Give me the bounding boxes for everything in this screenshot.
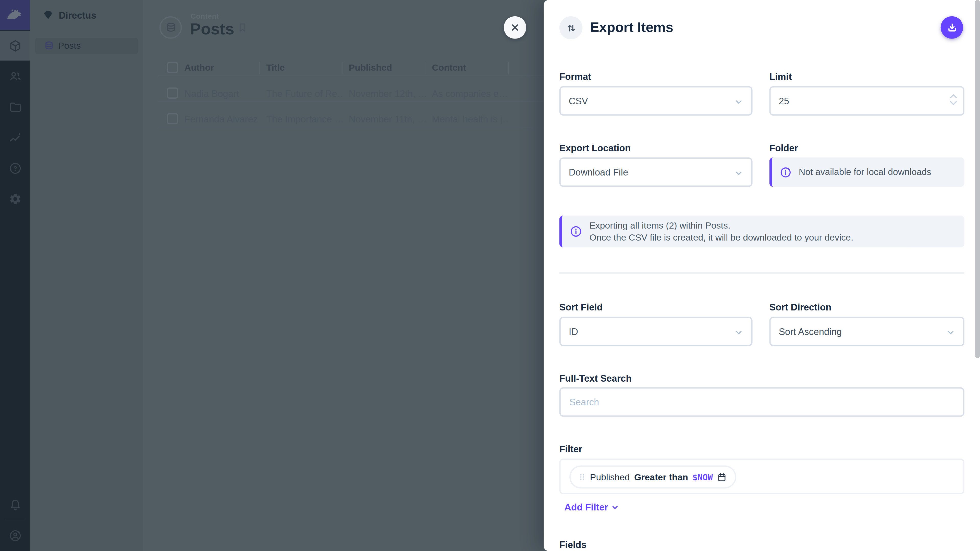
format-value: CSV — [569, 96, 588, 106]
cell-title[interactable]: The Importance … — [266, 114, 344, 124]
export-items-drawer: Export Items Format CSV Limit — [544, 0, 980, 551]
module-file-library[interactable] — [0, 92, 30, 122]
cell-author[interactable]: Nadia Bogart — [184, 88, 262, 99]
export-location-label: Export Location — [559, 142, 631, 153]
insights-icon — [8, 131, 21, 144]
sidebar-item-posts[interactable]: Posts — [35, 38, 138, 54]
drawer-scrollbar[interactable] — [975, 0, 980, 358]
column-header-author[interactable]: Author — [184, 62, 214, 73]
cell-author[interactable]: Fernanda Alvarez — [184, 114, 262, 124]
folder-icon — [8, 100, 21, 113]
folder-disabled-notice: Not available for local downloads — [770, 157, 964, 187]
module-bar: ? — [0, 0, 30, 551]
close-icon — [509, 22, 520, 33]
project-name: Directus — [59, 10, 96, 21]
filter-rule-chip[interactable]: Published Greater than $NOW — [570, 465, 737, 489]
search-input[interactable] — [559, 387, 964, 416]
directus-logo-button[interactable] — [0, 0, 30, 30]
select-all-checkbox[interactable] — [167, 62, 178, 73]
export-info-notice: Exporting all items (2) within Posts. On… — [559, 216, 964, 248]
column-divider[interactable] — [426, 62, 426, 74]
cell-published[interactable]: November 12th, … — [349, 88, 426, 99]
limit-label: Limit — [770, 71, 792, 82]
import-export-icon — [559, 16, 583, 40]
screen: ? — [0, 0, 980, 551]
module-content[interactable] — [0, 30, 30, 61]
bell-icon — [8, 498, 21, 511]
filter-operator[interactable]: Greater than — [634, 472, 688, 482]
collection-icon-button[interactable] — [159, 16, 182, 39]
notice-line-1: Exporting all items (2) within Posts. — [589, 220, 730, 230]
module-user-directory[interactable] — [0, 61, 30, 91]
filter-field[interactable]: Published — [590, 472, 630, 482]
fields-section-label: Fields — [559, 539, 587, 550]
limit-field — [770, 86, 964, 116]
sort-direction-label: Sort Direction — [770, 302, 832, 313]
account-icon — [8, 529, 21, 542]
cell-content[interactable]: Mental health is j… — [432, 114, 509, 124]
filter-value[interactable]: $NOW — [692, 472, 713, 482]
format-label: Format — [559, 71, 591, 82]
filter-label: Filter — [559, 444, 582, 454]
page-title: Posts — [190, 19, 234, 39]
info-icon — [570, 225, 582, 238]
add-filter-button[interactable]: Add Filter — [564, 502, 620, 513]
drawer-title: Export Items — [590, 19, 673, 36]
row-checkbox[interactable] — [167, 113, 178, 124]
start-export-button[interactable] — [941, 16, 963, 39]
module-settings[interactable] — [0, 184, 30, 214]
drag-handle-icon[interactable] — [579, 472, 586, 482]
chevron-down-icon — [733, 167, 745, 179]
section-divider — [559, 272, 964, 274]
sidebar-item-label: Posts — [58, 41, 81, 51]
gear-icon — [8, 192, 21, 205]
box-icon — [8, 39, 21, 52]
format-select[interactable]: CSV — [559, 86, 752, 116]
database-icon — [44, 41, 54, 51]
module-docs[interactable]: ? — [0, 153, 30, 183]
close-drawer-button[interactable] — [504, 16, 526, 39]
info-icon — [780, 166, 792, 178]
help-icon: ? — [8, 162, 21, 175]
cell-published[interactable]: November 11th, … — [349, 114, 426, 124]
sort-field-label: Sort Field — [559, 302, 603, 313]
module-insights[interactable] — [0, 122, 30, 152]
chevron-down-icon — [733, 327, 745, 338]
number-stepper[interactable] — [950, 94, 958, 106]
column-divider[interactable] — [508, 62, 509, 74]
sort-direction-value: Sort Ascending — [779, 326, 842, 337]
sort-field-value: ID — [569, 326, 578, 337]
export-location-select[interactable]: Download File — [559, 157, 752, 187]
notifications-button[interactable] — [0, 490, 30, 520]
database-icon — [165, 21, 177, 33]
column-header-published[interactable]: Published — [349, 62, 392, 73]
row-checkbox[interactable] — [167, 87, 178, 99]
navigation-panel: Directus Posts — [30, 0, 144, 551]
column-header-title[interactable]: Title — [266, 62, 285, 73]
project-header[interactable]: Directus — [30, 0, 143, 30]
rabbit-logo-icon — [6, 6, 24, 24]
column-divider[interactable] — [259, 62, 260, 74]
download-icon — [946, 21, 958, 33]
cell-title[interactable]: The Future of Re… — [266, 88, 344, 99]
cell-content[interactable]: As companies e… — [432, 88, 509, 99]
breadcrumb[interactable]: Content — [191, 13, 219, 20]
export-location-value: Download File — [569, 167, 628, 178]
notice-line-2: Once the CSV file is created, it will be… — [589, 232, 853, 242]
column-header-content[interactable]: Content — [432, 62, 466, 73]
filter-builder: Published Greater than $NOW — [559, 459, 964, 494]
svg-text:?: ? — [13, 165, 17, 171]
sort-direction-select[interactable]: Sort Ascending — [770, 317, 964, 346]
sort-field-select[interactable]: ID — [559, 317, 752, 346]
bookmark-icon[interactable] — [237, 22, 248, 33]
calendar-icon[interactable] — [717, 472, 727, 482]
folder-label: Folder — [770, 142, 798, 153]
chevron-down-icon — [945, 327, 956, 338]
chevron-down-icon — [733, 96, 745, 107]
limit-input[interactable] — [770, 86, 964, 116]
account-button[interactable] — [0, 520, 30, 551]
column-divider[interactable] — [342, 62, 343, 74]
users-icon — [8, 70, 21, 83]
add-filter-label: Add Filter — [564, 502, 608, 513]
folder-notice-text: Not available for local downloads — [799, 166, 931, 178]
